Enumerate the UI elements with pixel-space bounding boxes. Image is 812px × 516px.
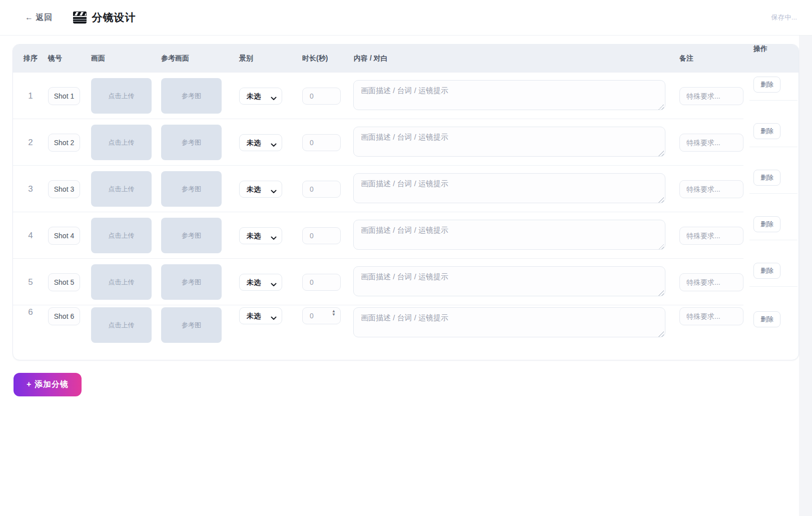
table-row: 2 点击上传 参考图 未选 ▲▼ <box>13 119 798 166</box>
column-header-duration: 时长(秒) <box>287 54 347 63</box>
table-row: 6 点击上传 参考图 未选 ▲▼ <box>13 305 798 360</box>
frame-upload-label: 点击上传 <box>109 92 135 101</box>
storyboard-table: 排序 镜号 画面 参考画面 景别 时长(秒) 内容 / 对白 备注 操作 1 点… <box>13 44 799 360</box>
column-header-actions: 操作 <box>749 45 799 54</box>
content-dialogue-textarea[interactable] <box>353 307 665 337</box>
scene-type-select[interactable]: 未选 <box>239 88 282 105</box>
reference-image-label: 参考图 <box>182 278 201 287</box>
table-body: 1 点击上传 参考图 未选 ▲▼ <box>13 73 798 360</box>
row-order-number: 1 <box>28 91 33 101</box>
duration-input[interactable] <box>302 181 341 198</box>
reference-image-label: 参考图 <box>182 185 201 194</box>
delete-row-button[interactable]: 删除 <box>753 123 780 139</box>
reference-image-box[interactable]: 参考图 <box>161 218 222 253</box>
frame-upload-box[interactable]: 点击上传 <box>91 171 152 207</box>
column-header-frame: 画面 <box>87 54 157 63</box>
table-row: 1 点击上传 参考图 未选 ▲▼ <box>13 73 798 119</box>
duration-input[interactable] <box>302 274 341 291</box>
table-row: 4 点击上传 参考图 未选 ▲▼ <box>13 212 798 259</box>
content-dialogue-textarea[interactable] <box>353 173 665 203</box>
frame-upload-box[interactable]: 点击上传 <box>91 218 152 253</box>
reference-image-box[interactable]: 参考图 <box>161 78 222 114</box>
note-input[interactable] <box>679 87 743 105</box>
duration-input[interactable] <box>302 88 341 105</box>
resize-handle[interactable] <box>658 151 664 156</box>
table-row: 3 点击上传 参考图 未选 ▲▼ <box>13 166 798 212</box>
resize-handle[interactable] <box>658 331 664 337</box>
column-header-reference: 参考画面 <box>157 54 227 63</box>
scene-type-select[interactable]: 未选 <box>239 274 282 291</box>
add-shot-button[interactable]: + 添加分镜 <box>14 373 82 396</box>
content-dialogue-textarea[interactable] <box>353 220 665 250</box>
delete-row-button[interactable]: 删除 <box>753 170 780 186</box>
shot-number-input[interactable] <box>48 134 80 152</box>
shot-number-input[interactable] <box>48 180 80 198</box>
reference-image-label: 参考图 <box>182 231 201 240</box>
note-input[interactable] <box>679 134 743 152</box>
column-header-shot: 镜号 <box>48 54 87 63</box>
row-order-number: 5 <box>28 277 33 287</box>
reference-image-box[interactable]: 参考图 <box>161 264 222 300</box>
row-order-number: 6 <box>28 307 33 317</box>
resize-handle[interactable] <box>658 244 664 249</box>
frame-upload-box[interactable]: 点击上传 <box>91 78 152 114</box>
scene-type-select[interactable]: 未选 <box>239 227 282 244</box>
shot-number-input[interactable] <box>48 273 80 291</box>
column-header-note: 备注 <box>673 54 749 63</box>
duration-input[interactable] <box>302 134 341 151</box>
back-button[interactable]: ← 返回 <box>25 13 52 23</box>
column-header-order: 排序 <box>13 54 48 63</box>
content-dialogue-textarea[interactable] <box>353 127 665 157</box>
frame-upload-label: 点击上传 <box>109 278 135 287</box>
resize-handle[interactable] <box>658 290 664 296</box>
top-bar: ← 返回 分镜设计 保存中... <box>0 0 812 36</box>
reference-image-box[interactable]: 参考图 <box>161 307 222 343</box>
page-title: 分镜设计 <box>92 11 136 25</box>
duration-input[interactable] <box>302 227 341 244</box>
note-input[interactable] <box>679 227 743 245</box>
action-divider <box>749 286 797 287</box>
scene-type-select[interactable]: 未选 <box>239 181 282 198</box>
table-header-row: 排序 镜号 画面 参考画面 景别 时长(秒) 内容 / 对白 备注 操作 <box>13 45 798 73</box>
reference-image-label: 参考图 <box>182 138 201 147</box>
delete-row-button[interactable]: 删除 <box>753 263 780 279</box>
shot-number-input[interactable] <box>48 227 80 245</box>
save-status: 保存中... <box>771 13 797 22</box>
column-header-scene-type: 景别 <box>227 54 287 63</box>
frame-upload-label: 点击上传 <box>109 138 135 147</box>
reference-image-label: 参考图 <box>182 321 201 330</box>
table-row: 5 点击上传 参考图 未选 ▲▼ <box>13 259 798 305</box>
resize-handle[interactable] <box>658 104 664 110</box>
content-dialogue-textarea[interactable] <box>353 266 665 296</box>
clapperboard-icon <box>73 12 87 24</box>
reference-image-box[interactable]: 参考图 <box>161 171 222 207</box>
note-input[interactable] <box>679 180 743 198</box>
action-divider <box>749 100 797 101</box>
shot-number-input[interactable] <box>48 307 80 325</box>
reference-image-label: 参考图 <box>182 92 201 101</box>
delete-row-button[interactable]: 删除 <box>753 216 780 232</box>
row-order-number: 2 <box>28 138 33 148</box>
action-divider <box>749 240 797 240</box>
frame-upload-box[interactable]: 点击上传 <box>91 307 152 343</box>
content-dialogue-textarea[interactable] <box>353 80 665 110</box>
content-area: 排序 镜号 画面 参考画面 景别 时长(秒) 内容 / 对白 备注 操作 1 点… <box>0 36 799 516</box>
delete-row-button[interactable]: 删除 <box>753 77 780 93</box>
note-input[interactable] <box>679 273 743 291</box>
page-title-group: 分镜设计 <box>73 11 136 25</box>
note-input[interactable] <box>679 307 743 325</box>
shot-number-input[interactable] <box>48 87 80 105</box>
frame-upload-label: 点击上传 <box>109 185 135 194</box>
action-divider <box>749 147 797 147</box>
frame-upload-label: 点击上传 <box>109 231 135 240</box>
reference-image-box[interactable]: 参考图 <box>161 125 222 160</box>
frame-upload-box[interactable]: 点击上传 <box>91 125 152 160</box>
row-order-number: 3 <box>28 184 33 194</box>
number-spinner[interactable]: ▲▼ <box>332 310 336 316</box>
scene-type-select[interactable]: 未选 <box>239 307 282 324</box>
column-header-content: 内容 / 对白 <box>347 54 673 63</box>
delete-row-button[interactable]: 删除 <box>753 311 780 327</box>
resize-handle[interactable] <box>658 197 664 203</box>
frame-upload-box[interactable]: 点击上传 <box>91 264 152 300</box>
scene-type-select[interactable]: 未选 <box>239 134 282 151</box>
